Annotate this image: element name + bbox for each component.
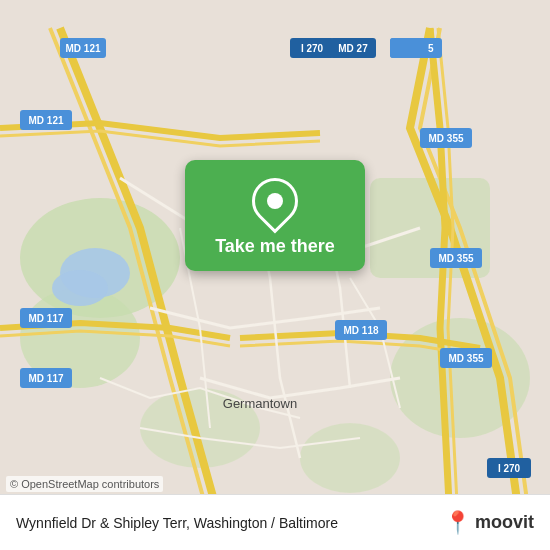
svg-rect-23 xyxy=(390,38,428,58)
svg-text:I 270: I 270 xyxy=(498,463,521,474)
moovit-pin-icon: 📍 xyxy=(444,510,471,536)
copyright-text: © OpenStreetMap contributors xyxy=(6,476,163,492)
take-me-there-button[interactable]: Take me there xyxy=(215,236,335,257)
svg-text:MD 355: MD 355 xyxy=(448,353,483,364)
location-label: Wynnfield Dr & Shipley Terr, Washington … xyxy=(16,515,444,531)
bottom-info-bar: Wynnfield Dr & Shipley Terr, Washington … xyxy=(0,494,550,550)
svg-text:I 270: I 270 xyxy=(301,43,324,54)
moovit-logo: 📍 moovit xyxy=(444,510,534,536)
pin-inner-dot xyxy=(267,193,283,209)
svg-text:Germantown: Germantown xyxy=(223,396,297,411)
svg-text:MD 118: MD 118 xyxy=(343,325,378,336)
svg-text:MD 117: MD 117 xyxy=(28,313,63,324)
svg-point-6 xyxy=(300,423,400,493)
take-me-there-card[interactable]: Take me there xyxy=(185,160,365,271)
moovit-wordmark: moovit xyxy=(475,512,534,533)
map-background: MD 121 MD 117 MD 117 MD 355 MD 355 MD 35… xyxy=(0,0,550,550)
map-pin-icon xyxy=(242,168,307,233)
svg-text:MD 27: MD 27 xyxy=(338,43,368,54)
svg-text:MD 117: MD 117 xyxy=(28,373,63,384)
svg-text:MD 355: MD 355 xyxy=(438,253,473,264)
svg-text:MD 121: MD 121 xyxy=(65,43,100,54)
svg-point-8 xyxy=(52,270,108,306)
svg-text:MD 121: MD 121 xyxy=(28,115,63,126)
svg-text:MD 355: MD 355 xyxy=(428,133,463,144)
map-container: MD 121 MD 117 MD 117 MD 355 MD 355 MD 35… xyxy=(0,0,550,550)
